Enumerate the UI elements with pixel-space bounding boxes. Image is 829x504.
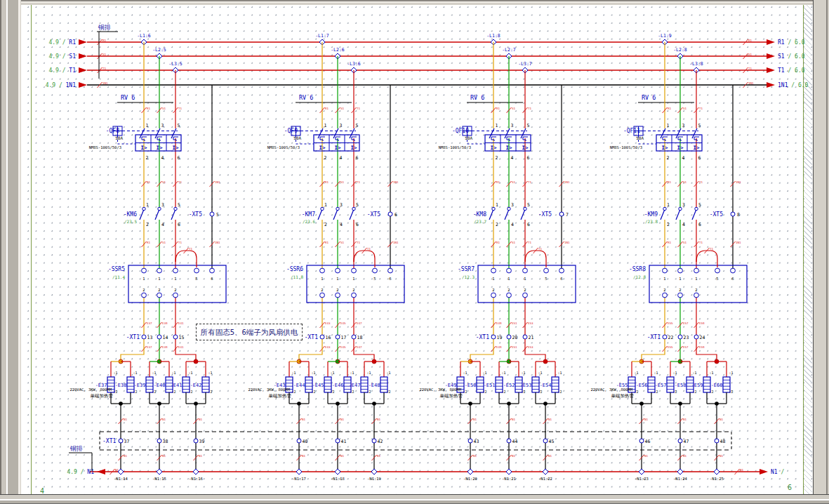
- svg-text:N1: N1: [683, 454, 687, 458]
- heater-feed-wires[interactable]: [121, 339, 196, 359]
- breaker-QF11[interactable]: -QF1150ANM8S-100S/50/3123456I>I>I>: [610, 123, 702, 161]
- svg-text:S1: S1: [512, 180, 516, 184]
- svg-text::1: :1: [654, 371, 658, 375]
- contactor-KM7[interactable]: -KM7/23.6123456: [302, 202, 359, 227]
- svg-text:6: 6: [178, 155, 180, 161]
- svg-text:E41: E41: [178, 321, 184, 325]
- svg-text:3: 3: [682, 123, 685, 128]
- svg-text:E49: E49: [496, 321, 502, 325]
- neutral-wire-1N1[interactable]: 1N11N1: [559, 85, 571, 268]
- svg-text:-E38: -E38: [115, 383, 127, 388]
- svg-text:3: 3: [511, 202, 514, 208]
- heater-pair-E51[interactable]: -E51:1:2-E52:1:2N144N1-N1:21: [484, 359, 526, 481]
- schematic-svg[interactable]: 4.9 / R1R1 / 6.0R1R14.9 / S1S1 / 6.0S1S1…: [0, 0, 829, 504]
- power-bus-T1[interactable]: 4.9 / T1T1 / 6.0T1T1: [48, 67, 804, 74]
- heater-pair-E37[interactable]: -E37:1:2-E38:1:2N137N1-N1:14: [95, 359, 138, 481]
- breaker-QF9[interactable]: -QF950ANM8S-100S/50/3123456I>I>I>: [267, 123, 359, 161]
- branch-QF8[interactable]: -L1:6-L2:5-L3:5RV 6R1R1R1S1S1S1T1T1T11N1…: [69, 33, 226, 481]
- svg-text:2: 2: [174, 288, 176, 292]
- svg-text:16: 16: [326, 335, 331, 340]
- ssr-SSR5[interactable]: -SSR5/11.411156222: [108, 265, 226, 303]
- svg-text::1: :1: [367, 371, 371, 375]
- heater-pair-E55[interactable]: -E55:1:2-E56:1:2N146N1-N1:23: [616, 359, 658, 481]
- svg-text:6: 6: [356, 222, 359, 227]
- svg-text:N1: N1: [740, 468, 744, 472]
- fan-supply-jumper[interactable]: T1: [175, 247, 197, 268]
- svg-text:-N1:23: -N1:23: [635, 477, 649, 481]
- svg-text:6: 6: [356, 155, 359, 161]
- heater-pair-E47[interactable]: -E47:1:2-E48:1:2N142N1-N1:19: [349, 359, 391, 481]
- ssr-SSR6[interactable]: -SSR6/11.811156222: [286, 265, 404, 303]
- heater-pair-E53[interactable]: -E53:1:2-E54:1:2N145N1-N1:22: [520, 359, 562, 481]
- svg-text:4: 4: [682, 155, 685, 161]
- neutral-wire-1N1[interactable]: 1N11N1: [731, 85, 742, 268]
- branch-QF10[interactable]: -L1:8-L2:7-L3:7RV 6R1R1R1S1S1S1T1T1T11N1…: [419, 33, 576, 481]
- terminal-XT5-7[interactable]: -XT57: [538, 211, 569, 218]
- svg-text:23: 23: [684, 335, 689, 340]
- branch-QF11[interactable]: -L1:9-L2:8-L3:8RV 6R1R1R1S1S1S1T1T1T11N1…: [590, 33, 747, 481]
- svg-text:E51: E51: [512, 321, 517, 325]
- terminal-XT5-6[interactable]: -XT56: [367, 211, 397, 218]
- svg-text:R1: R1: [325, 107, 329, 110]
- svg-text:T1: T1: [528, 180, 532, 184]
- heater-pair-E39[interactable]: -E39:1:2-E40:1:2N138N1-N1:15: [134, 359, 176, 481]
- svg-text:S1: S1: [748, 53, 752, 56]
- svg-text:S1: S1: [683, 241, 687, 244]
- svg-text:5: 5: [545, 277, 547, 281]
- heater-pair-E49[interactable]: -E49:1:2-E50:1:2N143N1-N1:20: [445, 359, 487, 481]
- svg-text:I>: I>: [319, 145, 326, 151]
- svg-text:-E50: -E50: [465, 383, 477, 388]
- svg-text:1: 1: [695, 277, 697, 281]
- terminal-XT5-8[interactable]: -XT58: [710, 211, 740, 218]
- power-bus-R1[interactable]: 4.9 / R1R1 / 6.0R1R1: [48, 39, 804, 46]
- contactor-KM6[interactable]: -KM6/23.5123456: [124, 202, 180, 227]
- svg-text:N1: N1: [302, 418, 306, 421]
- note-box[interactable]: 所有固态5、6端子为风扇供电: [196, 324, 303, 340]
- svg-text::1: :1: [292, 371, 296, 375]
- svg-text:1: 1: [146, 123, 149, 128]
- svg-text:-L2:8: -L2:8: [673, 47, 687, 53]
- ssr-SSR8[interactable]: -SSR8/12.811156222: [629, 265, 747, 303]
- svg-text:R1: R1: [496, 241, 500, 244]
- ssr-SSR7[interactable]: -SSR7/12.311156222: [458, 265, 576, 303]
- svg-text:6: 6: [560, 277, 562, 281]
- svg-text::1: :1: [502, 371, 506, 375]
- contactor-KM9[interactable]: -KM9/23.8123456: [644, 202, 701, 227]
- terminal-XT5-5[interactable]: -XT55: [189, 211, 219, 218]
- heater-pair-E43[interactable]: -E43:1:2-E44:1:2N140N1-N1:17: [274, 359, 316, 481]
- neutral-wire-1N1[interactable]: 1N11N1: [210, 85, 221, 268]
- fan-supply-jumper[interactable]: T1: [525, 247, 546, 268]
- window-bottom-border[interactable]: [0, 494, 829, 504]
- svg-text:1N1: 1N1: [393, 180, 399, 184]
- svg-text:3: 3: [340, 202, 343, 208]
- svg-text::2: :2: [558, 390, 562, 394]
- svg-text::2: :2: [710, 390, 714, 394]
- breaker-QF10[interactable]: -QF1050ANM8S-100S/50/3123456I>I>I>: [439, 123, 531, 161]
- svg-text::1: :1: [312, 371, 316, 375]
- heater-pair-E41[interactable]: -E41:1:2-E42:1:2N139N1-N1:16: [171, 359, 213, 481]
- svg-text:E43: E43: [325, 345, 331, 349]
- heater-feed-wires[interactable]: [470, 339, 545, 359]
- svg-text::2: :2: [189, 390, 193, 394]
- breaker-QF8[interactable]: -QF850ANM8S-100S/50/3123456I>I>I>: [89, 123, 181, 161]
- svg-text:-L1:7: -L1:7: [315, 33, 329, 39]
- svg-text::2: :2: [483, 390, 487, 394]
- neutral-bus-N1[interactable]: 4.9 / N1N1 /N1N1: [67, 468, 784, 476]
- power-bus-1N1[interactable]: 4.9 / 1N11N1 / 6.01N11N1: [46, 81, 809, 89]
- svg-text:单端加热管: 单端加热管: [440, 393, 463, 399]
- heater-pair-E45[interactable]: -E45:1:2-E46:1:2N141N1-N1:18: [312, 359, 354, 481]
- window-right-border[interactable]: [813, 0, 829, 504]
- heater-feed-wires[interactable]: [299, 339, 374, 359]
- neutral-wire-1N1[interactable]: 1N11N1: [388, 85, 399, 268]
- fan-supply-jumper[interactable]: T1: [354, 247, 375, 268]
- contactor-KM8[interactable]: -KM8/23.7123456: [473, 202, 530, 227]
- heater-pair-E59[interactable]: -E59:1:2-E60:1:2N148N1-N1:25: [691, 359, 734, 481]
- svg-text:50A: 50A: [636, 135, 644, 140]
- heater-pair-E57[interactable]: -E57:1:2-E58:1:2N147N1-N1:24: [655, 359, 697, 481]
- fan-supply-jumper[interactable]: T1: [696, 247, 717, 268]
- svg-text:S1: S1: [512, 241, 516, 244]
- branch-QF9[interactable]: -L1:7-L2:6-L3:6RV 6R1R1R1S1S1S1T1T1T11N1…: [248, 33, 404, 481]
- svg-text:2: 2: [667, 222, 670, 227]
- svg-text:4.9 / 1N1: 4.9 / 1N1: [46, 82, 77, 88]
- heater-feed-wires[interactable]: [642, 339, 717, 359]
